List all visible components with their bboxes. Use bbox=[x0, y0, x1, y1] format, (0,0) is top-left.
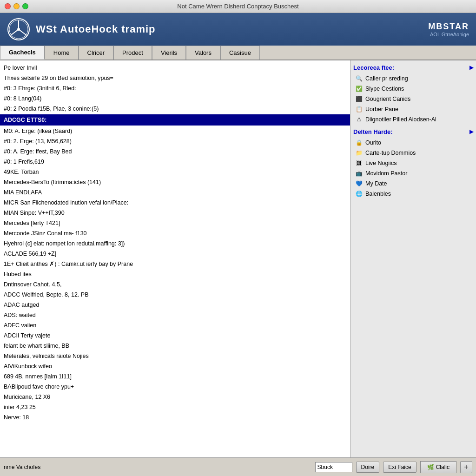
search-circle-icon: 🔍 bbox=[355, 75, 363, 82]
right-item-diignot[interactable]: ⚠ Diignotiler Pilled Aiodsen-Al bbox=[353, 114, 473, 125]
tab-casisue[interactable]: Casisue bbox=[220, 46, 260, 60]
right-item-carte[interactable]: 📁 Carte-tup Dommios bbox=[353, 148, 473, 158]
brand-sub: AOL GtrreAonige bbox=[428, 32, 469, 37]
brand-name: MBSTAR bbox=[428, 22, 469, 32]
list-item: ADFC vaiien bbox=[4, 320, 346, 331]
right-item-mydate-label: My Date bbox=[365, 180, 387, 187]
plus-button[interactable]: + bbox=[460, 461, 472, 473]
tab-prodect[interactable]: Prodect bbox=[113, 46, 152, 60]
svg-line-3 bbox=[11, 29, 19, 35]
list-item: Meterales, velnicals raiote Nojies bbox=[4, 351, 346, 361]
sbuck-input[interactable] bbox=[315, 462, 352, 472]
check-icon: ✅ bbox=[355, 85, 363, 93]
right-item-uorber-label: Uorber Pane bbox=[365, 106, 398, 112]
left-panel: Pe lover InvilThxes setsirfe 29 on Bed s… bbox=[0, 60, 350, 457]
folder-icon: 📁 bbox=[355, 149, 363, 157]
bottom-bar: nme Va chofes Doire Exi Faice 🌿 Clalic + bbox=[0, 457, 476, 476]
warning-icon: ⚠ bbox=[355, 116, 363, 123]
clalic-button[interactable]: 🌿 Clalic bbox=[420, 461, 456, 473]
list-item: Mercoode JSinz Conal ma- f130 bbox=[4, 228, 346, 238]
svg-line-4 bbox=[19, 29, 26, 35]
right-item-ourito-label: Ourito bbox=[365, 139, 381, 146]
list-item: felant be whart sliime, BB bbox=[4, 341, 346, 351]
right-item-uorber[interactable]: 📋 Uorber Pane bbox=[353, 104, 473, 114]
list-item: ACLADE 566,19 ÷Z] bbox=[4, 249, 346, 259]
clipboard-icon: 📋 bbox=[355, 106, 363, 113]
maximize-button[interactable] bbox=[22, 3, 28, 9]
bottom-label: nme Va chofes bbox=[4, 464, 311, 470]
list-item: Pe lover Invil bbox=[4, 63, 346, 73]
right-item-movidom-label: Movidom Pastor bbox=[365, 170, 407, 177]
list-item: Mercedes-BersTo (Itrimma:ictes (141) bbox=[4, 177, 346, 187]
tv-icon: 📺 bbox=[355, 170, 363, 177]
right-item-ourito[interactable]: 🔒 Ourito bbox=[353, 138, 473, 148]
right-item-caller[interactable]: 🔍 Caller pr sreding bbox=[353, 73, 473, 84]
navigation-tabs: Gachecls Home Clricer Prodect Vierils Va… bbox=[0, 46, 476, 60]
right-section2-header[interactable]: Delten Harde: ▶ bbox=[353, 128, 473, 135]
right-item-slype[interactable]: ✅ Slype Cestions bbox=[353, 84, 473, 94]
app-header: WSt AutoeHock tramip MBSTAR AOL GtrreAon… bbox=[0, 13, 476, 46]
diamond-icon: 💙 bbox=[355, 180, 363, 187]
globe-icon: 🌐 bbox=[355, 190, 363, 198]
right-section1-header[interactable]: Lecoreea ftee: ▶ bbox=[353, 64, 473, 71]
right-item-movidom[interactable]: 📺 Movidom Pastor bbox=[353, 168, 473, 178]
list-item: MIA ENDLAFA bbox=[4, 187, 346, 198]
left-main: Pe lover InvilThxes setsirfe 29 on Bed s… bbox=[0, 60, 350, 457]
section1-arrow-icon: ▶ bbox=[469, 65, 473, 71]
list-item: inier 4,23 25 bbox=[4, 402, 346, 412]
header-left: WSt AutoeHock tramip bbox=[7, 18, 156, 41]
list-item: #0: 2 Poodla f15B, Plae, 3 conine:(5) bbox=[4, 104, 346, 114]
list-item: MIAN Sinpe: V++IT,390 bbox=[4, 208, 346, 218]
list-item: 689 4B, nnmes [Ialm 1I11] bbox=[4, 371, 346, 382]
tab-clricer[interactable]: Clricer bbox=[79, 46, 114, 60]
list-item: 49KE. Torban bbox=[4, 167, 346, 177]
close-button[interactable] bbox=[5, 3, 11, 9]
right-item-carte-label: Carte-tup Dommios bbox=[365, 150, 416, 156]
right-item-mydate[interactable]: 💙 My Date bbox=[353, 178, 473, 189]
list-item: Thxes setsirfe 29 on Bed samiotion, ypus… bbox=[4, 73, 346, 83]
list-item: Hyehrol (c] elat: nompet ion redutal.maf… bbox=[4, 238, 346, 249]
list-item: #0: 1 Frefis,619 bbox=[4, 157, 346, 167]
tab-home[interactable]: Home bbox=[45, 46, 79, 60]
list-item: #0: 2. Erge: (13, M56,628) bbox=[4, 136, 346, 146]
list-item: ADCII Terty vajete bbox=[4, 331, 346, 341]
image-icon: 🖼 bbox=[355, 159, 363, 167]
tab-gachecls[interactable]: Gachecls bbox=[0, 46, 45, 60]
clalic-label: Clalic bbox=[436, 464, 450, 470]
list-item: #0: 3 Ehrge: (3nifnit 6, Rled: bbox=[4, 83, 346, 93]
list-item: ADCC Welfried, Bepte. 8, 12. PB bbox=[4, 290, 346, 300]
right-panel: Lecoreea ftee: ▶ 🔍 Caller pr sreding ✅ S… bbox=[350, 60, 476, 457]
right-item-diignot-label: Diignotiler Pilled Aiodsen-Al bbox=[365, 116, 436, 123]
clalic-icon: 🌿 bbox=[427, 464, 434, 470]
tab-valors[interactable]: Valors bbox=[186, 46, 220, 60]
list-item: Dntinsover Cahot. 4.5, bbox=[4, 279, 346, 290]
tab-vierils[interactable]: Vierils bbox=[152, 46, 186, 60]
right-item-caller-label: Caller pr sreding bbox=[365, 75, 408, 82]
list-item: Nerve: 18 bbox=[4, 412, 346, 423]
minimize-button[interactable] bbox=[13, 3, 20, 9]
list-item: Muricicane, 12 X6 bbox=[4, 392, 346, 402]
list-item: #0: A. Erge: ffest, Bay Bed bbox=[4, 146, 346, 157]
doire-button[interactable]: Doire bbox=[356, 462, 380, 473]
main-content: Pe lover InvilThxes setsirfe 29 on Bed s… bbox=[0, 60, 476, 457]
list-item: ADS: waited bbox=[4, 310, 346, 320]
list-item: #0: 8 Lang(04) bbox=[4, 93, 346, 104]
app-title: WSt AutoeHock tramip bbox=[36, 23, 156, 35]
right-item-gougrient[interactable]: ⬛ Gougrient Canids bbox=[353, 94, 473, 104]
exi-faice-button[interactable]: Exi Faice bbox=[383, 462, 416, 473]
text-content-area[interactable]: Pe lover InvilThxes setsirfe 29 on Bed s… bbox=[0, 60, 350, 457]
window-controls[interactable] bbox=[5, 3, 28, 9]
right-section1-title: Lecoreea ftee: bbox=[353, 64, 394, 71]
list-item: Hubed ites bbox=[4, 269, 346, 279]
right-item-balenbles[interactable]: 🌐 Balenbles bbox=[353, 189, 473, 199]
right-item-live[interactable]: 🖼 Live Nogiics bbox=[353, 158, 473, 168]
svg-point-5 bbox=[17, 28, 20, 31]
right-section2-title: Delten Harde: bbox=[353, 128, 393, 135]
list-item: 1E+ Clieit anthes ✗) : Camkr.ut ierfy ba… bbox=[4, 259, 346, 269]
list-item: M0: A. Erge: (ilkea (Saard) bbox=[4, 126, 346, 136]
header-right: MBSTAR AOL GtrreAonige bbox=[428, 22, 469, 37]
list-item: ADAC autged bbox=[4, 300, 346, 310]
window-title: Not Came Wrern Disherd Conptacy Buschest bbox=[177, 3, 298, 10]
list-item: ADCGC ETTS0: bbox=[0, 114, 350, 126]
right-item-balenbles-label: Balenbles bbox=[365, 191, 391, 197]
